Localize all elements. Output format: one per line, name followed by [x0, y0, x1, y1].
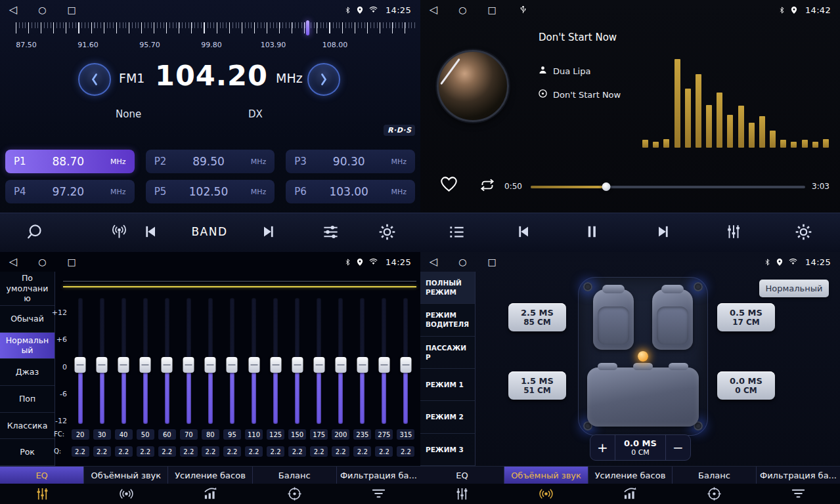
home-icon[interactable]: ○	[38, 252, 46, 272]
preset-badge[interactable]: Нормальный	[759, 280, 829, 297]
eq-slider-track[interactable]	[230, 298, 234, 424]
eq-slider-track[interactable]	[100, 298, 104, 424]
eq-preset-item[interactable]: Нормальный	[0, 333, 55, 360]
audio-tab[interactable]: Фильтрация ба...	[337, 467, 420, 484]
preset-button[interactable]: P3 90.30 MHz	[286, 150, 415, 173]
tuner-indicator[interactable]	[306, 20, 309, 35]
equalizer-button[interactable]	[316, 217, 345, 246]
pause-button[interactable]	[577, 217, 606, 246]
home-icon[interactable]: ○	[458, 0, 466, 20]
delay-chip-front-right[interactable]: 0.5 MS 17 CM	[717, 303, 775, 331]
eq-slider-handle[interactable]	[270, 357, 281, 373]
home-icon[interactable]: ○	[38, 0, 46, 20]
delay-chip-rear-right[interactable]: 0.0 MS 0 CM	[717, 371, 775, 400]
eq-slider-handle[interactable]	[378, 357, 389, 373]
sound-mode-item[interactable]: РЕЖИМ 2	[420, 401, 475, 433]
back-icon[interactable]: ◁	[9, 0, 17, 20]
audio-tab[interactable]: EQ	[420, 467, 504, 484]
audio-tab[interactable]: Объёмный звук	[84, 467, 168, 484]
bass-boost-tab-icon[interactable]	[588, 484, 673, 504]
delay-chip-rear-left[interactable]: 1.5 MS 51 CM	[508, 371, 566, 400]
next-station-button[interactable]	[254, 217, 283, 246]
tune-down-button[interactable]	[78, 63, 111, 96]
mixer-button[interactable]	[719, 217, 748, 246]
eq-slider-track[interactable]	[252, 298, 256, 424]
eq-tab-icon[interactable]	[0, 484, 84, 504]
eq-preset-item[interactable]: По умолчанию	[0, 272, 55, 306]
listener-position-dot[interactable]	[638, 351, 648, 362]
eq-slider-track[interactable]	[382, 298, 386, 424]
surround-tab-icon[interactable]	[84, 484, 168, 504]
sound-mode-item[interactable]: ПОЛНЫЙ РЕЖИМ	[420, 272, 475, 304]
eq-preset-item[interactable]: Джаз	[0, 359, 55, 386]
eq-slider-handle[interactable]	[205, 357, 216, 373]
eq-slider-track[interactable]	[317, 298, 321, 424]
eq-slider-handle[interactable]	[400, 357, 411, 373]
balance-tab-icon[interactable]	[252, 484, 336, 504]
eq-slider-track[interactable]	[122, 298, 126, 424]
eq-preset-item[interactable]: Обычай	[0, 306, 55, 333]
audio-tab[interactable]: Фильтрация ба...	[757, 467, 840, 484]
eq-slider-handle[interactable]	[97, 357, 108, 373]
audio-tab[interactable]: Баланс	[253, 467, 337, 484]
progress-bar[interactable]	[531, 186, 805, 188]
sound-mode-item[interactable]: ПАССАЖИР	[420, 337, 475, 369]
band-button[interactable]: BAND	[180, 217, 239, 246]
back-icon[interactable]: ◁	[430, 252, 437, 272]
preset-button[interactable]: P5 102.50 MHz	[146, 180, 275, 203]
recents-icon[interactable]: □	[488, 0, 497, 20]
bass-boost-tab-icon[interactable]	[168, 484, 252, 504]
eq-slider-handle[interactable]	[140, 357, 151, 373]
stepper-plus-button[interactable]: +	[590, 435, 615, 460]
eq-preset-item[interactable]: Рок	[0, 439, 55, 466]
eq-slider-handle[interactable]	[335, 357, 346, 373]
surround-tab-icon[interactable]	[504, 484, 588, 504]
recents-icon[interactable]: □	[488, 252, 497, 272]
eq-tab-icon[interactable]	[420, 484, 504, 504]
balance-tab-icon[interactable]	[672, 484, 756, 504]
eq-slider-handle[interactable]	[313, 357, 324, 373]
eq-slider-handle[interactable]	[183, 357, 194, 373]
eq-slider-handle[interactable]	[118, 357, 129, 373]
scan-button[interactable]	[20, 217, 49, 246]
eq-preset-item[interactable]: Поп	[0, 386, 55, 413]
eq-slider-track[interactable]	[338, 298, 343, 424]
audio-tab[interactable]: EQ	[0, 467, 84, 484]
eq-slider-track[interactable]	[208, 298, 213, 424]
prev-station-button[interactable]	[136, 217, 165, 246]
home-icon[interactable]: ○	[458, 252, 466, 272]
tuner-scale[interactable]	[16, 22, 416, 33]
stepper-minus-button[interactable]: −	[665, 435, 690, 460]
eq-slider-handle[interactable]	[292, 357, 303, 373]
sound-mode-item[interactable]: РЕЖИМ 1	[420, 369, 475, 401]
eq-preset-item[interactable]: Классика	[0, 413, 55, 440]
eq-slider-track[interactable]	[360, 298, 365, 424]
filter-tab-icon[interactable]	[336, 484, 420, 504]
back-icon[interactable]: ◁	[430, 0, 437, 20]
prev-track-button[interactable]	[509, 217, 538, 246]
eq-slider-track[interactable]	[295, 298, 299, 424]
eq-slider-track[interactable]	[143, 298, 148, 424]
eq-slider-handle[interactable]	[227, 357, 238, 373]
eq-slider-track[interactable]	[187, 298, 191, 424]
eq-slider-handle[interactable]	[75, 357, 86, 373]
recents-icon[interactable]: □	[68, 0, 76, 20]
preset-button[interactable]: P1 88.70 MHz	[5, 150, 135, 173]
eq-slider-track[interactable]	[403, 298, 408, 424]
audio-tab[interactable]: Усиление басов	[168, 467, 252, 484]
delay-chip-front-left[interactable]: 2.5 MS 85 CM	[508, 303, 566, 331]
playlist-button[interactable]	[442, 217, 471, 246]
filter-tab-icon[interactable]	[756, 484, 840, 504]
repeat-button[interactable]	[478, 178, 497, 194]
audio-tab[interactable]: Объёмный звук	[504, 467, 588, 484]
eq-slider-track[interactable]	[273, 298, 278, 424]
eq-slider-track[interactable]	[165, 298, 169, 424]
eq-slider-handle[interactable]	[248, 357, 259, 373]
back-icon[interactable]: ◁	[9, 252, 17, 272]
tune-up-button[interactable]	[307, 63, 340, 96]
settings-button[interactable]	[789, 217, 818, 246]
preset-button[interactable]: P2 89.50 MHz	[146, 150, 275, 173]
settings-button[interactable]	[372, 217, 401, 246]
audio-tab[interactable]: Баланс	[673, 467, 757, 484]
next-track-button[interactable]	[649, 217, 678, 246]
